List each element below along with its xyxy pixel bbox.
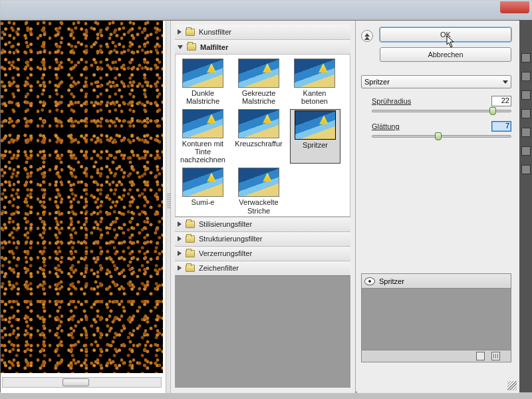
settings-pane: OK Abbrechen Spritzer Sprühradius 22	[357, 21, 519, 393]
filter-select[interactable]: Spritzer	[361, 75, 511, 88]
trash-icon[interactable]	[491, 352, 500, 360]
panel-icon[interactable]	[521, 53, 531, 63]
filter-thumb-dunkle-malstriche[interactable]: Dunkle Malstriche	[178, 59, 227, 105]
preview-h-scrollbar[interactable]	[2, 377, 162, 388]
ok-label: OK	[440, 31, 451, 39]
category-stilisierungsfilter[interactable]: Stilisierungsfilter	[175, 217, 350, 231]
filter-thumb-verwackelte-striche[interactable]: Verwackelte Striche	[234, 168, 283, 214]
category-label: Zeichenfilter	[199, 264, 239, 272]
category-malfilter[interactable]: Malfilter	[175, 39, 350, 54]
new-effect-layer-icon[interactable]	[476, 352, 485, 360]
category-label: Verzerrungsfilter	[199, 249, 252, 257]
disclosure-triangle-icon	[178, 236, 182, 241]
panel-icon[interactable]	[521, 72, 531, 81]
window-close-button[interactable]	[500, 1, 529, 13]
filter-thumb-konturen-mit-tinte[interactable]: Konturen mit Tinte nachzeichnen	[178, 109, 227, 164]
slider-track[interactable]	[372, 135, 511, 138]
layer-name: Spritzer	[379, 277, 404, 285]
filter-thumb-gekreuzte-malstriche[interactable]: Gekreuzte Malstriche	[234, 59, 283, 105]
ok-button[interactable]: OK	[380, 27, 511, 42]
thumb-label: Kanten betonen	[290, 89, 339, 105]
folder-icon	[186, 235, 195, 243]
splitter[interactable]	[166, 21, 171, 393]
slider-thumb[interactable]	[489, 107, 496, 115]
folder-icon	[186, 250, 195, 257]
folder-icon	[186, 29, 195, 36]
visibility-eye-icon[interactable]	[364, 277, 375, 285]
thumb-label: Spritzer	[303, 141, 328, 156]
preview-canvas[interactable]	[1, 21, 163, 373]
cancel-button[interactable]: Abbrechen	[380, 47, 511, 62]
filter-gallery-dialog: Kunstfilter Malfilter Dunkle Malstriche …	[0, 20, 519, 392]
app-shell: Kunstfilter Malfilter Dunkle Malstriche …	[0, 0, 532, 399]
category-strukturierungsfilter[interactable]: Strukturierungsfilter	[175, 231, 350, 246]
filter-thumbnails: Dunkle Malstriche Gekreuzte Malstriche K…	[175, 54, 350, 217]
tree-empty-area	[175, 275, 350, 388]
category-kunstfilter[interactable]: Kunstfilter	[175, 25, 350, 39]
cancel-label: Abbrechen	[428, 51, 463, 59]
param-spray-radius: Sprühradius 22	[372, 95, 511, 112]
thumb-image	[238, 59, 279, 88]
thumb-image	[182, 59, 223, 88]
folder-icon	[187, 43, 196, 51]
thumb-label: Verwackelte Striche	[234, 198, 283, 214]
param-value-input[interactable]: 7	[491, 121, 511, 132]
param-smoothness: Glättung 7	[372, 120, 511, 138]
disclosure-triangle-icon	[178, 265, 182, 271]
thumb-label: Kreuzschraffur	[235, 140, 282, 154]
effect-layers: Spritzer	[361, 273, 511, 362]
filter-thumb-kreuzschraffur[interactable]: Kreuzschraffur	[234, 109, 283, 164]
effect-layer-row[interactable]: Spritzer	[362, 274, 511, 289]
thumb-label: Konturen mit Tinte nachzeichnen	[178, 140, 227, 164]
thumb-image	[182, 168, 223, 197]
category-label: Strukturierungsfilter	[199, 235, 262, 243]
category-label: Kunstfilter	[199, 28, 231, 36]
category-verzerrungsfilter[interactable]: Verzerrungsfilter	[175, 246, 350, 261]
folder-icon	[186, 221, 195, 228]
param-label: Sprühradius	[372, 97, 411, 105]
category-label: Stilisierungsfilter	[199, 220, 252, 228]
slider-track[interactable]	[372, 110, 511, 112]
disclosure-triangle-icon	[178, 251, 182, 256]
thumb-label: Gekreuzte Malstriche	[234, 89, 283, 105]
thumb-label: Sumi-e	[192, 198, 215, 213]
param-value-input[interactable]: 22	[491, 96, 511, 106]
filter-thumb-sumi-e[interactable]: Sumi-e	[178, 168, 227, 214]
thumb-image	[238, 109, 279, 138]
filter-tree-pane: Kunstfilter Malfilter Dunkle Malstriche …	[171, 21, 356, 393]
disclosure-triangle-icon	[178, 45, 183, 49]
disclosure-triangle-icon	[178, 29, 182, 35]
disclosure-triangle-icon	[178, 221, 182, 227]
collapse-button[interactable]	[361, 30, 373, 42]
chevron-down-icon	[503, 80, 508, 84]
thumb-image	[295, 110, 336, 140]
thumb-image	[294, 59, 335, 88]
thumb-label: Dunkle Malstriche	[178, 89, 227, 105]
panel-icon[interactable]	[521, 165, 531, 174]
scrollbar-thumb[interactable]	[63, 378, 89, 386]
category-zeichenfilter[interactable]: Zeichenfilter	[175, 261, 350, 275]
panel-icon[interactable]	[521, 146, 531, 156]
filter-thumb-kanten-betonen[interactable]: Kanten betonen	[290, 59, 339, 105]
layer-footer	[362, 350, 511, 362]
category-label: Malfilter	[200, 43, 228, 51]
thumb-image	[238, 168, 279, 197]
window-titlebar	[0, 0, 532, 19]
panel-icon[interactable]	[521, 90, 531, 100]
resize-grip-icon[interactable]	[507, 381, 517, 390]
folder-icon	[186, 265, 195, 272]
slider-thumb[interactable]	[435, 132, 442, 140]
param-label: Glättung	[372, 122, 400, 130]
filter-select-value: Spritzer	[364, 78, 390, 86]
panel-icon[interactable]	[521, 128, 531, 137]
panel-dock	[519, 20, 532, 392]
panel-icon[interactable]	[521, 109, 531, 118]
filter-thumb-spritzer[interactable]: Spritzer	[290, 109, 340, 164]
thumb-image	[182, 109, 223, 138]
preview-pane	[1, 21, 166, 393]
